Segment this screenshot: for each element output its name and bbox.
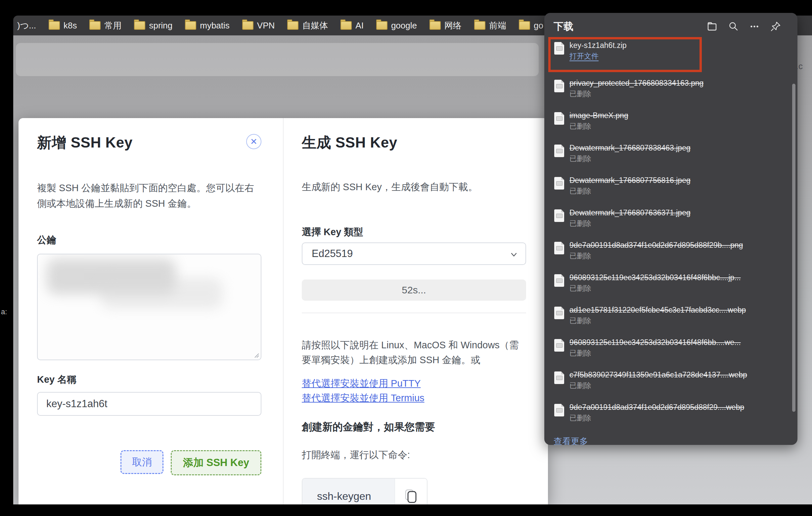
download-status[interactable]: 打开文件 bbox=[570, 51, 627, 61]
download-file-name: 960893125c119ec34253d32b03416f48f6bb....… bbox=[570, 337, 741, 347]
folder-icon bbox=[89, 21, 100, 30]
command-box: ssh-keygen bbox=[302, 478, 428, 505]
download-file-name: 9de7a00191d8ad374f1e0d2d67d895d88f29....… bbox=[570, 402, 744, 413]
file-icon-wrap bbox=[554, 77, 570, 110]
ssh-key-modal: 新增 SSH Key ✕ 複製 SSH 公鑰並黏貼到下面的空白處。您可以在右側或… bbox=[19, 118, 548, 505]
download-status[interactable]: 已删除 bbox=[570, 186, 691, 196]
key-type-select[interactable]: Ed25519 bbox=[302, 242, 526, 265]
download-list-item[interactable]: privacy_protected_1766808334163.png 已删除 bbox=[544, 77, 798, 110]
bookmark-folder-item[interactable]: go bbox=[519, 21, 543, 31]
bookmark-folder-item[interactable]: spring bbox=[134, 21, 172, 31]
putty-link[interactable]: 替代選擇安裝並使用 PuTTY bbox=[302, 376, 526, 391]
download-list-item[interactable]: ad1ee15781f31220ef5fcbe45c3c17facbd3cc..… bbox=[544, 304, 798, 336]
open-downloads-folder-button[interactable] bbox=[701, 21, 723, 32]
see-more-link[interactable]: 查看更多 bbox=[554, 436, 588, 445]
download-status[interactable]: 已删除 bbox=[570, 316, 746, 326]
download-list-item[interactable]: key-s1z1ah6t.zip 打开文件 bbox=[544, 39, 798, 72]
bookmark-label: 网络 bbox=[444, 20, 462, 31]
download-status[interactable]: 已删除 bbox=[570, 89, 703, 99]
bookmark-folder-item[interactable]: 前端 bbox=[474, 20, 506, 31]
public-key-textarea[interactable] bbox=[37, 254, 261, 360]
download-list-item[interactable]: Dewatermark_1766807636371.jpeg 已删除 bbox=[544, 207, 798, 239]
file-icon-wrap bbox=[554, 174, 570, 207]
bookmark-folder-item[interactable]: )つ... bbox=[17, 20, 36, 31]
downloads-list: key-s1z1ah6t.zip 打开文件 privacy_protected_… bbox=[544, 37, 798, 434]
download-status[interactable]: 已删除 bbox=[570, 381, 747, 391]
bookmark-folder-item[interactable]: 常用 bbox=[89, 20, 121, 31]
folder-icon bbox=[185, 21, 196, 30]
bookmark-folder-item[interactable]: k8s bbox=[49, 21, 77, 31]
download-list-item[interactable]: 960893125c119ec34253d32b03416f48f6bb....… bbox=[544, 336, 798, 369]
download-file-name: key-s1z1ah6t.zip bbox=[570, 40, 627, 51]
search-downloads-button[interactable] bbox=[723, 21, 744, 32]
download-item-texts: 960893125c119ec34253d32b03416f48f6bbc...… bbox=[570, 272, 741, 304]
bookmark-label: AI bbox=[355, 21, 364, 31]
bookmark-folder-item[interactable]: VPN bbox=[242, 21, 274, 31]
folder-icon bbox=[134, 21, 145, 30]
file-icon-wrap bbox=[554, 142, 570, 174]
more-options-button[interactable] bbox=[744, 21, 765, 32]
downloads-title: 下载 bbox=[554, 20, 701, 33]
bookmark-folder-item[interactable]: google bbox=[376, 21, 417, 31]
bookmark-folder-item[interactable]: AI bbox=[341, 21, 364, 31]
download-list-item[interactable]: 9de7a00191d8ad374f1e0d2d67d895d88f29....… bbox=[544, 401, 798, 434]
pin-panel-button[interactable] bbox=[765, 21, 786, 32]
more-icon bbox=[749, 21, 760, 32]
generate-countdown-button[interactable]: 52s... bbox=[302, 279, 526, 301]
close-button[interactable]: ✕ bbox=[246, 134, 261, 149]
add-ssh-key-button[interactable]: 添加 SSH Key bbox=[171, 450, 261, 475]
download-list-item[interactable]: Dewatermark_1766807756816.jpeg 已删除 bbox=[544, 174, 798, 207]
file-icon-wrap bbox=[554, 272, 570, 304]
close-icon: ✕ bbox=[250, 137, 257, 146]
download-list-item[interactable]: image-BmeX.png 已删除 bbox=[544, 110, 798, 142]
download-list-item[interactable]: c7f5b839027349f11359e91a6c1a728de4137...… bbox=[544, 369, 798, 401]
download-status[interactable]: 已删除 bbox=[570, 348, 741, 358]
file-icon bbox=[554, 404, 564, 417]
download-file-name: Dewatermark_1766807756816.jpeg bbox=[570, 175, 691, 186]
bookmark-label: 常用 bbox=[104, 20, 121, 31]
download-list-item[interactable]: Dewatermark_1766807838463.jpeg 已删除 bbox=[544, 142, 798, 174]
download-status[interactable]: 已删除 bbox=[570, 154, 691, 164]
download-status[interactable]: 已删除 bbox=[570, 251, 743, 261]
cancel-button[interactable]: 取消 bbox=[120, 450, 164, 474]
dimmed-page-card bbox=[16, 43, 539, 76]
bookmark-label: VPN bbox=[257, 21, 274, 31]
bookmark-folder-item[interactable]: mybatis bbox=[185, 21, 230, 31]
download-status[interactable]: 已删除 bbox=[570, 283, 741, 294]
key-name-input[interactable] bbox=[37, 392, 261, 416]
download-item-texts: Dewatermark_1766807756816.jpeg 已删除 bbox=[570, 174, 691, 207]
folder-icon bbox=[287, 21, 298, 30]
bookmark-folder-item[interactable]: 自媒体 bbox=[287, 20, 328, 31]
file-icon-wrap bbox=[554, 239, 570, 272]
folder-icon bbox=[49, 21, 60, 30]
file-icon bbox=[554, 371, 564, 384]
download-status[interactable]: 已删除 bbox=[570, 413, 744, 423]
bookmark-label: google bbox=[391, 21, 417, 31]
download-file-name: privacy_protected_1766808334163.png bbox=[570, 78, 703, 88]
bookmark-label: 前端 bbox=[489, 20, 506, 31]
file-icon bbox=[554, 242, 564, 254]
download-item-texts: image-BmeX.png 已删除 bbox=[570, 110, 628, 142]
search-icon bbox=[728, 21, 738, 32]
chevron-down-icon bbox=[510, 250, 518, 259]
downloads-scrollbar[interactable] bbox=[792, 84, 795, 412]
folder-icon bbox=[706, 21, 718, 32]
download-file-name: ad1ee15781f31220ef5fcbe45c3c17facbd3cc..… bbox=[570, 305, 746, 315]
file-icon bbox=[554, 339, 564, 352]
screen: ook.c a: )つ... k8s 常用 spring mybatis VPN… bbox=[0, 0, 812, 516]
download-list-item[interactable]: 960893125c119ec34253d32b03416f48f6bbc...… bbox=[544, 272, 798, 304]
termius-link[interactable]: 替代選擇安裝並使用 Termius bbox=[302, 391, 526, 405]
download-status[interactable]: 已删除 bbox=[570, 121, 628, 131]
bookmark-label: 自媒体 bbox=[302, 20, 328, 31]
bookmark-folder-item[interactable]: 网络 bbox=[430, 20, 462, 31]
blurred-key-content bbox=[100, 277, 223, 309]
folder-icon bbox=[474, 21, 486, 30]
copy-button[interactable] bbox=[395, 479, 427, 505]
download-list-item[interactable]: 9de7a00191d8ad374f1e0d2d67d895d88f29b...… bbox=[544, 239, 798, 272]
download-status[interactable]: 已删除 bbox=[570, 219, 691, 229]
download-item-texts: key-s1z1ah6t.zip 打开文件 bbox=[570, 39, 627, 72]
resize-handle-icon[interactable] bbox=[252, 351, 259, 358]
file-icon bbox=[554, 177, 564, 189]
keypair-heading: 創建新的金鑰對，如果您需要 bbox=[302, 420, 526, 434]
pin-icon bbox=[770, 21, 781, 32]
